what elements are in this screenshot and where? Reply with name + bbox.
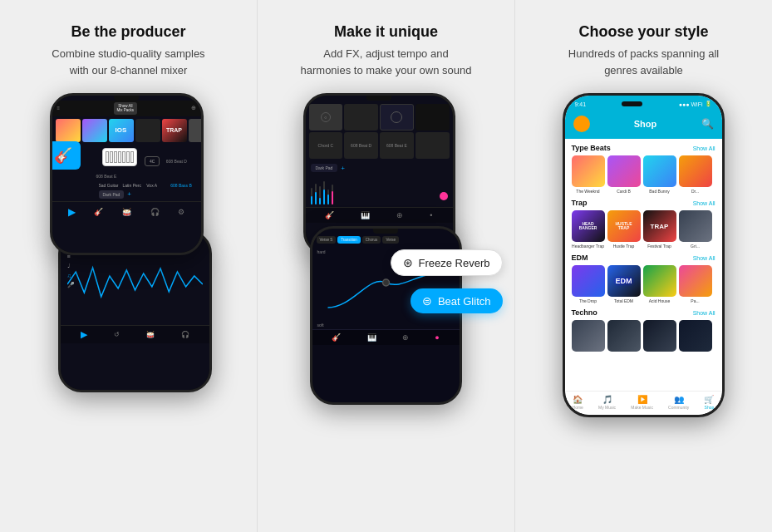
guitar-icon[interactable]: 🎸 [94,208,103,216]
panel3-phone-stack: 9:41 ●●● WiFi 🔋 Shop 🔍 [553,93,735,515]
panel1-phone-stack: ≡ Show AllMix Packs ⊕ IOS TRAP 🎸 [37,93,220,515]
panel2-subtitle: Add FX, adjust tempo andharmonies to mak… [301,46,472,78]
shop-content: Type Beats Show All The Weeknd Cardi B [565,139,722,358]
techno-label: Techno [572,308,597,317]
show-all-btn[interactable]: Show AllMix Packs [114,102,138,115]
freeze-icon: ⊛ [403,256,413,269]
edm-show-all[interactable]: Show All [693,255,715,261]
waveform-svg [67,255,203,313]
beat-dot-icon[interactable]: • [430,211,432,219]
panel-style: Choose your style Hundreds of packs span… [515,0,772,532]
panel-producer: Be the producer Combine studio-quality s… [0,0,258,532]
genre-card-acid[interactable]: Acid House [643,265,676,303]
techno-show-all[interactable]: Show All [693,310,715,316]
bottom-nav: 🏠 Home 🎵 My Music ▶️ Make Music 👥 Commun… [565,391,722,415]
shop-screen: 9:41 ●●● WiFi 🔋 Shop 🔍 [565,96,722,415]
shop-header: Shop 🔍 [565,112,722,139]
beat-playback-bar: 🎸 🎹 ⊕ • [306,207,453,223]
genre-card-weekend[interactable]: The Weeknd [572,155,605,194]
beat-icon: ⊜ [422,294,432,308]
user-avatar[interactable] [573,116,590,132]
playback-bar: ▶ 🎸 🥁 🎧 ⚙ [52,201,201,222]
genre-card-cardib[interactable]: Cardi B [607,155,641,194]
panel3-subtitle: Hundreds of packs spanning allgenres ava… [568,46,719,78]
nav-community[interactable]: 👥 Community [668,395,689,410]
ch-label-1: Sad Guitar [99,183,121,188]
headphone-icon[interactable]: 🎧 [150,208,160,216]
fx-guitar-icon[interactable]: 🎸 [332,333,341,342]
beat-label: Beat Glitch [438,295,491,308]
type-beats-label: Type Beats [572,144,611,152]
beat-glitch-bubble: ⊜ Beat Glitch [411,288,503,313]
phone-mixer-top: ≡ Show AllMix Packs ⊕ IOS TRAP 🎸 [50,93,204,255]
beat-sfx-icon[interactable]: ⊕ [396,211,403,219]
panel-unique: Make it unique Add FX, adjust tempo andh… [258,0,515,532]
phone-shop: 9:41 ●●● WiFi 🔋 Shop 🔍 [563,93,725,417]
type-beats-show-all[interactable]: Show All [693,145,715,151]
beat-piano-icon[interactable]: 🎹 [361,211,370,219]
seq-playback-bar: ▶ ↺ 🥁 🎧 [61,325,209,343]
genre-card-techno4[interactable] [679,320,712,352]
nav-shop[interactable]: 🛒 Shop [704,395,714,410]
ch-label-3: Vox A [146,183,169,188]
fx-piano-icon[interactable]: 🎹 [367,333,376,342]
shop-search-icon[interactable]: 🔍 [701,118,714,130]
ch-label-2: Latin Perc [122,183,145,188]
genre-card-bunny[interactable]: Bad Bunny [643,155,676,194]
panel2-title: Make it unique [334,23,438,41]
nav-makemusic[interactable]: ▶️ Make Music [631,395,653,410]
trap-label: Trap [572,199,588,207]
genre-card-techno2[interactable] [607,320,641,352]
genre-card-edm[interactable]: EDM Total EDM [607,265,641,303]
genre-card-headbanger[interactable]: HEADBANGER Headbanger Trap [572,210,605,249]
genre-card-gri[interactable]: Gri... [679,210,712,249]
seq-play-icon[interactable]: ▶ [81,329,87,340]
beat-guitar-icon[interactable]: 🎸 [325,211,334,219]
genre-card-drop[interactable]: The Drop [572,265,605,303]
drum-icon[interactable]: 🥁 [122,208,131,216]
ch-label-4: 608 Bass B [170,183,195,188]
panel1-title: Be the producer [71,23,185,41]
genre-card-dr[interactable]: Dr... [679,155,712,194]
svg-point-0 [382,279,389,286]
status-bar: 9:41 ●●● WiFi 🔋 [565,96,722,112]
settings-icon[interactable]: ⚙ [178,208,184,216]
guitar-tile[interactable]: 🎸 [52,141,81,170]
genre-card-pa[interactable]: Pa... [679,265,712,303]
nav-home[interactable]: 🏠 Home [573,395,583,410]
panel1-subtitle: Combine studio-quality sampleswith our 8… [52,46,204,78]
fx-loop-icon[interactable]: ⊕ [402,333,409,342]
freeze-label: Freeze Reverb [419,257,490,269]
panel3-title: Choose your style [578,23,708,41]
seq-drum2-icon[interactable]: 🥁 [146,331,155,338]
seq-head-icon[interactable]: 🎧 [181,331,189,338]
genre-card-hustle[interactable]: HUSTLETRAP Hustle Trap [607,210,641,249]
seq-screen: Intro A Intro B Verse S Transition Choru… [61,233,209,390]
genre-card-techno3[interactable] [643,320,676,352]
freeze-reverb-bubble: ⊛ Freeze Reverb [391,249,503,276]
edm-label: EDM [572,254,588,262]
panel2-phone-stack: ○ Chord C 608 Beat D 608 Beat E Dark Pad… [295,93,478,515]
seq-loop-icon[interactable]: ↺ [114,331,120,338]
nav-mymusic[interactable]: 🎵 My Music [598,395,616,410]
play-icon[interactable]: ▶ [68,206,76,218]
fx-record-dot[interactable]: ● [435,333,439,342]
trap-show-all[interactable]: Show All [693,200,715,206]
mixer-screen: ≡ Show AllMix Packs ⊕ IOS TRAP 🎸 [52,96,201,253]
shop-title-text: Shop [590,119,701,129]
genre-card-festival[interactable]: TRAP Festival Trap [643,210,676,249]
genre-card-techno1[interactable] [572,320,605,352]
fx-playback-bar: 🎸 🎹 ⊕ ● [312,329,460,345]
